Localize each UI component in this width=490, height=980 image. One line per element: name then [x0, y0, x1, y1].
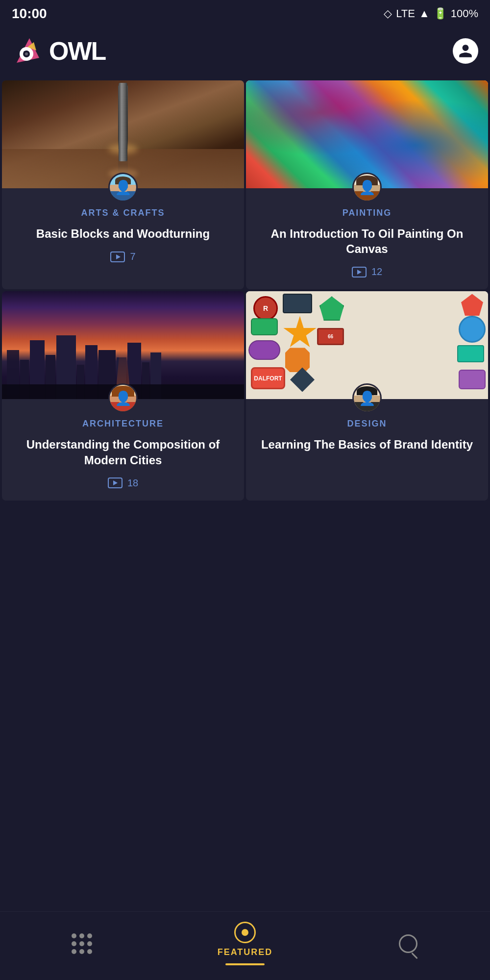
user-profile-button[interactable]	[453, 38, 478, 64]
battery-icon: 🔋	[434, 7, 447, 20]
battery-level: 100%	[451, 7, 478, 20]
bottom-navigation: FEATURED	[0, 911, 490, 980]
lessons-count-woodturning: 7	[130, 251, 135, 262]
lessons-count-painting: 12	[371, 266, 382, 277]
card-title-woodturning: Basic Blocks and Woodturning	[12, 226, 234, 241]
logo-icon	[12, 33, 47, 69]
card-category-architecture: ARCHITECTURE	[12, 419, 234, 429]
card-title-painting: An Introduction To Oil Painting On Canva…	[256, 226, 478, 256]
video-icon-painting	[352, 267, 367, 277]
card-image-woodturning	[2, 80, 244, 188]
lessons-count-architecture: 18	[127, 477, 138, 489]
card-body-painting: PAINTING An Introduction To Oil Painting…	[246, 188, 488, 289]
video-icon-architecture	[108, 477, 122, 488]
lte-label: LTE	[396, 7, 415, 20]
featured-icon	[234, 922, 256, 943]
instructor-avatar-design	[352, 383, 382, 413]
search-icon	[399, 934, 417, 953]
card-title-architecture: Understanding the Composition of Modern …	[12, 437, 234, 467]
card-image-painting	[246, 80, 488, 188]
card-lessons-woodturning: 7	[12, 251, 234, 262]
status-icons: ◇ LTE ▲ 🔋 100%	[384, 7, 478, 20]
grid-icon	[72, 933, 92, 954]
instructor-avatar-woodturning	[108, 173, 138, 202]
nav-item-search[interactable]	[327, 934, 490, 953]
nav-item-grid[interactable]	[0, 933, 163, 954]
course-card-woodturning[interactable]: ARTS & CRAFTS Basic Blocks and Woodturni…	[2, 80, 244, 289]
svg-point-6	[25, 52, 28, 55]
course-card-design[interactable]: R DALFORT 66	[246, 291, 488, 500]
instructor-avatar-architecture	[108, 383, 138, 413]
card-body-architecture: ARCHITECTURE Understanding the Compositi…	[2, 399, 244, 500]
card-title-design: Learning The Basics of Brand Identity	[256, 437, 478, 452]
card-lessons-architecture: 18	[12, 477, 234, 489]
nav-active-indicator	[225, 963, 265, 965]
nav-item-featured[interactable]: FEATURED	[163, 922, 326, 965]
signal-icon: ▲	[419, 7, 430, 20]
course-card-painting[interactable]: PAINTING An Introduction To Oil Painting…	[246, 80, 488, 289]
course-card-architecture[interactable]: ARCHITECTURE Understanding the Compositi…	[2, 291, 244, 500]
wifi-icon: ◇	[384, 7, 392, 20]
status-bar: 10:00 ◇ LTE ▲ 🔋 100%	[0, 0, 490, 25]
logo: OWL	[12, 33, 105, 69]
courses-grid: ARTS & CRAFTS Basic Blocks and Woodturni…	[0, 80, 490, 501]
card-category-design: DESIGN	[256, 419, 478, 429]
nav-featured-label: FEATURED	[218, 947, 273, 957]
status-time: 10:00	[12, 6, 47, 22]
video-icon-woodturning	[110, 251, 125, 262]
card-lessons-painting: 12	[256, 266, 478, 277]
card-category-painting: PAINTING	[256, 208, 478, 218]
app-header: OWL	[0, 25, 490, 80]
instructor-avatar-painting	[352, 173, 382, 202]
logo-text: OWL	[49, 36, 105, 66]
card-image-architecture	[2, 291, 244, 399]
card-image-design: R DALFORT 66	[246, 291, 488, 399]
card-category-woodturning: ARTS & CRAFTS	[12, 208, 234, 218]
